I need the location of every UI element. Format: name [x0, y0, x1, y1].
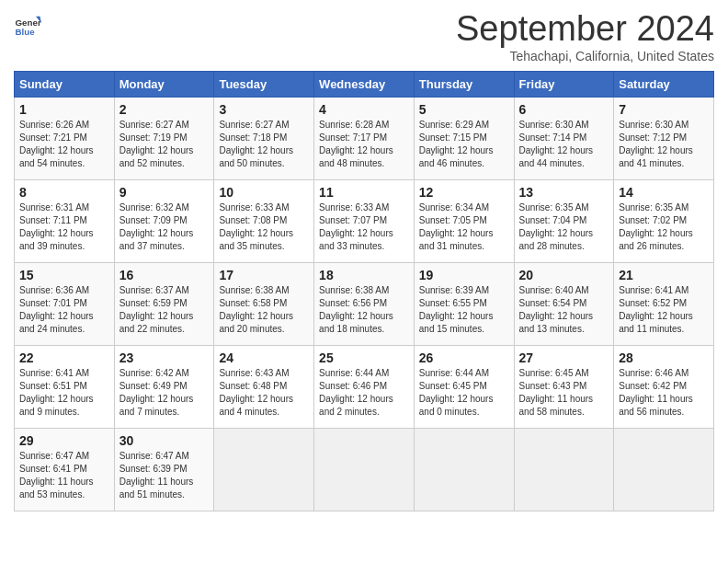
day-info: Sunrise: 6:33 AM Sunset: 7:07 PM Dayligh… — [319, 201, 409, 253]
day-info: Sunrise: 6:44 AM Sunset: 6:45 PM Dayligh… — [419, 367, 509, 419]
calendar-day: 27Sunrise: 6:45 AM Sunset: 6:43 PM Dayli… — [514, 346, 614, 429]
title-block: September 2024 Tehachapi, California, Un… — [456, 9, 714, 63]
day-info: Sunrise: 6:40 AM Sunset: 6:54 PM Dayligh… — [519, 284, 609, 336]
calendar-day: 23Sunrise: 6:42 AM Sunset: 6:49 PM Dayli… — [114, 346, 214, 429]
day-info: Sunrise: 6:37 AM Sunset: 6:59 PM Dayligh… — [119, 284, 210, 336]
day-number: 7 — [619, 102, 709, 117]
day-number: 15 — [19, 268, 109, 282]
day-info: Sunrise: 6:35 AM Sunset: 7:02 PM Dayligh… — [619, 201, 709, 253]
calendar-week-4: 22Sunrise: 6:41 AM Sunset: 6:51 PM Dayli… — [15, 346, 714, 429]
day-info: Sunrise: 6:41 AM Sunset: 6:52 PM Dayligh… — [619, 284, 709, 336]
day-number: 22 — [19, 350, 109, 365]
day-header-monday: Monday — [114, 72, 214, 98]
svg-text:General: General — [16, 17, 42, 28]
day-number: 23 — [119, 350, 210, 365]
calendar-day: 4Sunrise: 6:28 AM Sunset: 7:17 PM Daylig… — [314, 98, 415, 180]
calendar-day: 11Sunrise: 6:33 AM Sunset: 7:07 PM Dayli… — [314, 180, 415, 263]
day-number: 13 — [519, 185, 609, 200]
day-number: 28 — [619, 350, 709, 365]
day-info: Sunrise: 6:29 AM Sunset: 7:15 PM Dayligh… — [419, 119, 509, 170]
day-info: Sunrise: 6:47 AM Sunset: 6:39 PM Dayligh… — [119, 450, 210, 501]
calendar-week-1: 1Sunrise: 6:26 AM Sunset: 7:21 PM Daylig… — [15, 98, 714, 180]
day-header-friday: Friday — [514, 72, 614, 98]
day-number: 24 — [219, 350, 309, 365]
day-info: Sunrise: 6:47 AM Sunset: 6:41 PM Dayligh… — [19, 450, 109, 501]
day-number: 1 — [19, 102, 109, 117]
calendar-day: 30Sunrise: 6:47 AM Sunset: 6:39 PM Dayli… — [114, 429, 214, 511]
calendar-day — [614, 429, 714, 511]
day-header-sunday: Sunday — [15, 72, 115, 98]
day-number: 19 — [419, 268, 509, 282]
day-info: Sunrise: 6:30 AM Sunset: 7:14 PM Dayligh… — [519, 119, 609, 170]
calendar-day: 16Sunrise: 6:37 AM Sunset: 6:59 PM Dayli… — [114, 263, 214, 346]
day-number: 30 — [119, 433, 210, 448]
page-header: General Blue September 2024 Tehachapi, C… — [14, 9, 714, 63]
calendar-day — [214, 429, 314, 511]
day-info: Sunrise: 6:42 AM Sunset: 6:49 PM Dayligh… — [119, 367, 210, 419]
day-info: Sunrise: 6:30 AM Sunset: 7:12 PM Dayligh… — [619, 119, 709, 170]
day-number: 14 — [619, 185, 709, 200]
calendar-day — [314, 429, 415, 511]
calendar-day — [414, 429, 514, 511]
calendar-day: 8Sunrise: 6:31 AM Sunset: 7:11 PM Daylig… — [15, 180, 115, 263]
location: Tehachapi, California, United States — [456, 49, 714, 63]
calendar-day: 29Sunrise: 6:47 AM Sunset: 6:41 PM Dayli… — [15, 429, 115, 511]
day-info: Sunrise: 6:35 AM Sunset: 7:04 PM Dayligh… — [519, 201, 609, 253]
calendar-day: 10Sunrise: 6:33 AM Sunset: 7:08 PM Dayli… — [214, 180, 314, 263]
calendar-day: 17Sunrise: 6:38 AM Sunset: 6:58 PM Dayli… — [214, 263, 314, 346]
calendar-week-3: 15Sunrise: 6:36 AM Sunset: 7:01 PM Dayli… — [15, 263, 714, 346]
calendar-day: 9Sunrise: 6:32 AM Sunset: 7:09 PM Daylig… — [114, 180, 214, 263]
day-info: Sunrise: 6:34 AM Sunset: 7:05 PM Dayligh… — [419, 201, 509, 253]
day-info: Sunrise: 6:44 AM Sunset: 6:46 PM Dayligh… — [319, 367, 409, 419]
day-info: Sunrise: 6:32 AM Sunset: 7:09 PM Dayligh… — [119, 201, 210, 253]
day-info: Sunrise: 6:27 AM Sunset: 7:18 PM Dayligh… — [219, 119, 309, 170]
day-number: 8 — [19, 185, 109, 200]
svg-text:Blue: Blue — [16, 27, 36, 37]
day-header-saturday: Saturday — [614, 72, 714, 98]
logo-icon: General Blue — [14, 13, 41, 40]
calendar-day: 2Sunrise: 6:27 AM Sunset: 7:19 PM Daylig… — [114, 98, 214, 180]
day-info: Sunrise: 6:33 AM Sunset: 7:08 PM Dayligh… — [219, 201, 309, 253]
day-number: 17 — [219, 268, 309, 282]
day-info: Sunrise: 6:31 AM Sunset: 7:11 PM Dayligh… — [19, 201, 109, 253]
day-info: Sunrise: 6:38 AM Sunset: 6:56 PM Dayligh… — [319, 284, 409, 336]
calendar-day: 13Sunrise: 6:35 AM Sunset: 7:04 PM Dayli… — [514, 180, 614, 263]
day-number: 4 — [319, 102, 409, 117]
day-number: 6 — [519, 102, 609, 117]
calendar-day: 5Sunrise: 6:29 AM Sunset: 7:15 PM Daylig… — [414, 98, 514, 180]
calendar-week-5: 29Sunrise: 6:47 AM Sunset: 6:41 PM Dayli… — [15, 429, 714, 511]
calendar-day: 25Sunrise: 6:44 AM Sunset: 6:46 PM Dayli… — [314, 346, 415, 429]
calendar-day — [514, 429, 614, 511]
logo: General Blue — [14, 9, 41, 40]
calendar-day: 21Sunrise: 6:41 AM Sunset: 6:52 PM Dayli… — [614, 263, 714, 346]
day-number: 29 — [19, 433, 109, 448]
day-info: Sunrise: 6:27 AM Sunset: 7:19 PM Dayligh… — [119, 119, 210, 170]
day-info: Sunrise: 6:26 AM Sunset: 7:21 PM Dayligh… — [19, 119, 109, 170]
day-info: Sunrise: 6:39 AM Sunset: 6:55 PM Dayligh… — [419, 284, 509, 336]
day-number: 20 — [519, 268, 609, 282]
calendar-day: 24Sunrise: 6:43 AM Sunset: 6:48 PM Dayli… — [214, 346, 314, 429]
day-info: Sunrise: 6:41 AM Sunset: 6:51 PM Dayligh… — [19, 367, 109, 419]
calendar-day: 22Sunrise: 6:41 AM Sunset: 6:51 PM Dayli… — [15, 346, 115, 429]
calendar-day: 28Sunrise: 6:46 AM Sunset: 6:42 PM Dayli… — [614, 346, 714, 429]
day-number: 10 — [219, 185, 309, 200]
day-info: Sunrise: 6:28 AM Sunset: 7:17 PM Dayligh… — [319, 119, 409, 170]
calendar-week-2: 8Sunrise: 6:31 AM Sunset: 7:11 PM Daylig… — [15, 180, 714, 263]
day-header-wednesday: Wednesday — [314, 72, 415, 98]
calendar-day: 20Sunrise: 6:40 AM Sunset: 6:54 PM Dayli… — [514, 263, 614, 346]
calendar-day: 7Sunrise: 6:30 AM Sunset: 7:12 PM Daylig… — [614, 98, 714, 180]
day-info: Sunrise: 6:43 AM Sunset: 6:48 PM Dayligh… — [219, 367, 309, 419]
day-number: 27 — [519, 350, 609, 365]
day-number: 18 — [319, 268, 409, 282]
calendar-day: 6Sunrise: 6:30 AM Sunset: 7:14 PM Daylig… — [514, 98, 614, 180]
day-info: Sunrise: 6:36 AM Sunset: 7:01 PM Dayligh… — [19, 284, 109, 336]
calendar-day: 26Sunrise: 6:44 AM Sunset: 6:45 PM Dayli… — [414, 346, 514, 429]
day-number: 5 — [419, 102, 509, 117]
calendar-day: 14Sunrise: 6:35 AM Sunset: 7:02 PM Dayli… — [614, 180, 714, 263]
calendar-day: 15Sunrise: 6:36 AM Sunset: 7:01 PM Dayli… — [15, 263, 115, 346]
day-header-tuesday: Tuesday — [214, 72, 314, 98]
calendar-day: 18Sunrise: 6:38 AM Sunset: 6:56 PM Dayli… — [314, 263, 415, 346]
day-number: 26 — [419, 350, 509, 365]
calendar-table: SundayMondayTuesdayWednesdayThursdayFrid… — [14, 71, 714, 511]
month-title: September 2024 — [456, 9, 714, 49]
